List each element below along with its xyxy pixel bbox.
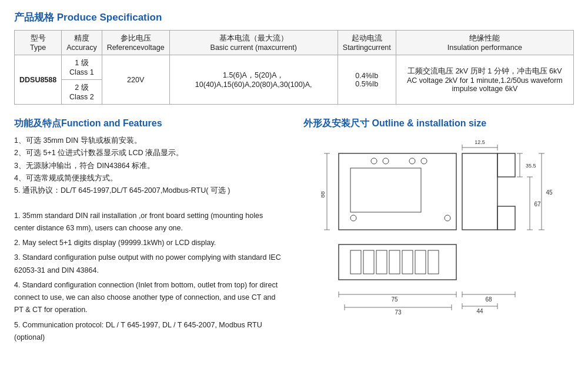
svg-point-3 <box>383 158 389 164</box>
svg-point-4 <box>409 158 415 164</box>
model-cell: DDSU8588 <box>15 55 62 105</box>
svg-text:35.5: 35.5 <box>526 163 536 169</box>
feature-en-item: 2. May select 5+1 digits display (99999.… <box>14 237 285 249</box>
svg-text:45: 45 <box>546 189 553 196</box>
features-section: 功能及特点Function and Features 1、可选 35mm DIN… <box>14 118 285 346</box>
svg-text:75: 75 <box>391 296 398 303</box>
svg-point-6 <box>350 215 356 221</box>
col-insulation: 绝缘性能 Insulation performance <box>396 31 573 55</box>
svg-point-2 <box>371 158 377 164</box>
feature-en-item: 1. 35mm standard DIN rail installation ,… <box>14 210 285 235</box>
outline-title: 外形及安装尺寸 Outline & installation size <box>303 118 574 130</box>
outline-diagram: 75 73 68 44 88 67 <box>321 136 556 318</box>
svg-rect-8 <box>462 153 497 230</box>
svg-text:88: 88 <box>321 191 326 198</box>
accuracy-2: 2 级 Class 2 <box>62 80 102 105</box>
svg-text:68: 68 <box>485 296 492 303</box>
feature-en-item: 4. Standard configuration connection (In… <box>14 279 285 317</box>
features-title: 功能及特点Function and Features <box>14 118 285 130</box>
svg-rect-15 <box>389 250 400 274</box>
col-ref-voltage: 参比电压 Referencevoltage <box>102 31 169 55</box>
svg-rect-13 <box>363 250 374 274</box>
svg-rect-9 <box>497 153 515 177</box>
feature-zh-item: 4、可选常规或简便接线方式。 <box>14 172 285 185</box>
feature-zh-item: 3、无源脉冲输出，符合 DIN43864 标准。 <box>14 160 285 172</box>
two-col-section: 功能及特点Function and Features 1、可选 35mm DIN… <box>14 118 574 346</box>
svg-rect-1 <box>350 168 421 212</box>
svg-text:73: 73 <box>395 309 402 316</box>
features-list: 1、可选 35mm DIN 导轨或板前安装。2、可选 5+1 位进式计数器显示或… <box>14 135 285 344</box>
svg-point-5 <box>421 158 427 164</box>
starting-current-cell: 0.4%Ib 0.5%Ib <box>338 55 396 105</box>
svg-rect-18 <box>428 250 439 274</box>
accuracy-1: 1 级 Class 1 <box>62 55 102 80</box>
svg-rect-14 <box>376 250 387 274</box>
feature-zh-item: 2、可选 5+1 位进式计数器显示或 LCD 液晶显示。 <box>14 147 285 159</box>
col-basic-current: 基本电流（最大流） Basic current (maxcurrent) <box>169 31 338 55</box>
svg-rect-17 <box>415 250 426 274</box>
basic-current-cell: 1.5(6)A，5(20)A，10(40)A,15(60)A,20(80)A,3… <box>169 55 338 105</box>
feature-zh-item: 1、可选 35mm DIN 导轨或板前安装。 <box>14 135 285 147</box>
outline-section: 外形及安装尺寸 Outline & installation size <box>303 118 574 346</box>
col-accuracy: 精度 Accuracy <box>62 31 102 55</box>
spec-section-title: 产品规格 Produce Specification <box>14 11 574 24</box>
svg-text:67: 67 <box>534 201 541 207</box>
feature-en-item: 5. Communication protocol: DL / T 645-19… <box>14 319 285 344</box>
svg-rect-16 <box>402 250 413 274</box>
col-type: 型号 Type <box>15 31 62 55</box>
svg-rect-10 <box>497 206 515 230</box>
spec-table: 型号 Type 精度 Accuracy 参比电压 Referencevoltag… <box>14 30 574 105</box>
ref-voltage-cell: 220V <box>102 55 169 105</box>
svg-point-7 <box>445 215 450 221</box>
col-starting-current: 起动电流 Startingcurrent <box>338 31 396 55</box>
svg-rect-12 <box>350 250 361 274</box>
svg-text:44: 44 <box>476 308 483 314</box>
feature-en-item: 3. Standard configuration pulse output w… <box>14 252 285 277</box>
feature-zh-item: 5. 通讯协议：DL/T 645-1997,DL/T 645-2007,Modb… <box>14 185 285 197</box>
svg-text:12.5: 12.5 <box>475 139 485 145</box>
insulation-cell: 工频交流电压 2kV 历时 1 分钟，冲击电压 6kV AC voltage 2… <box>396 55 573 105</box>
